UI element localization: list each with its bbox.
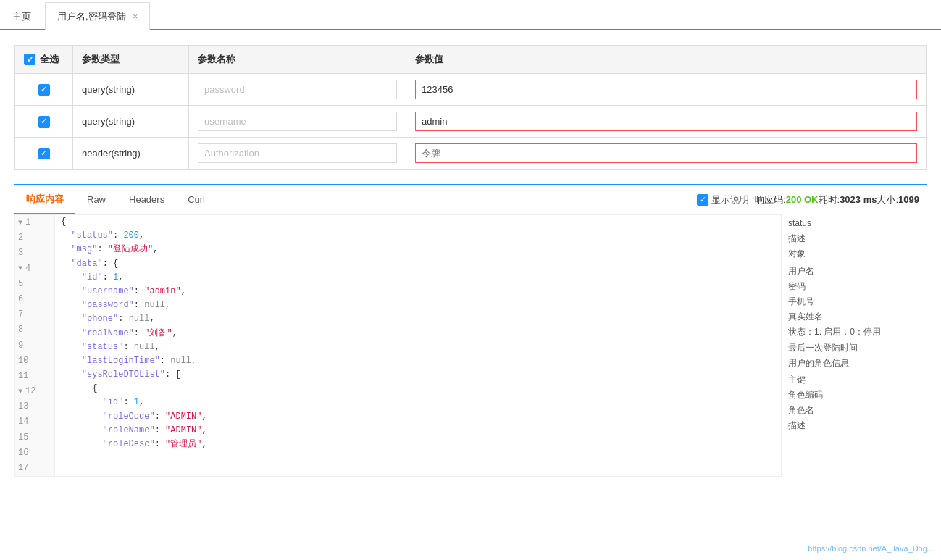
line-number: 7 — [15, 307, 54, 322]
code-line: "status": 200, — [61, 229, 781, 243]
line-number: 10 — [15, 354, 54, 369]
code-line: "sysRoleDTOList": [ — [61, 368, 781, 382]
param-type-cell: header(string) — [73, 138, 189, 170]
param-name-input-1[interactable] — [198, 112, 397, 131]
code-line: "roleName": "ADMIN", — [61, 424, 781, 438]
line-number: 5 — [15, 277, 54, 292]
home-tab-label: 主页 — [12, 11, 31, 22]
table-row: header(string) — [15, 138, 927, 170]
desc-line: 主键 — [782, 372, 927, 388]
tab-raw[interactable]: Raw — [75, 187, 117, 214]
show-desc-label[interactable]: 显示说明 — [697, 193, 749, 206]
desc-line: 最后一次登陆时间 — [782, 340, 927, 356]
code-line: "status": null, — [61, 340, 781, 354]
select-all-header: 全选 — [15, 46, 73, 74]
line-number: 16 — [15, 446, 54, 461]
line-number: 9 — [15, 338, 54, 354]
desc-panel: status描述对象用户名密码手机号真实姓名状态：1: 启用，0：停用最后一次登… — [782, 214, 927, 477]
param-type-cell: query(string) — [73, 106, 189, 138]
code-line: "msg": "登陆成功", — [61, 243, 781, 256]
line-numbers: ▼123▼4567891011▼121314151617 — [15, 215, 55, 476]
desc-line: 角色名 — [782, 403, 927, 418]
tab-response-content[interactable]: 响应内容 — [14, 185, 75, 214]
desc-line: 角色编码 — [782, 388, 927, 403]
line-number: ▼1 — [15, 215, 54, 230]
fold-arrow[interactable]: ▼ — [18, 263, 22, 275]
code-line: "id": 1, — [61, 271, 781, 285]
code-line: "roleCode": "ADMIN", — [61, 410, 781, 424]
row-checkbox-2[interactable] — [38, 148, 50, 159]
params-table: 全选 参数类型 参数名称 参数值 query(string)query(stri… — [14, 45, 927, 170]
param-value-input-1[interactable] — [415, 112, 917, 131]
param-value-cell — [406, 138, 927, 170]
nav-home-tab[interactable]: 主页 — [0, 2, 43, 30]
param-name-cell — [189, 138, 406, 170]
main-content: 全选 参数类型 参数名称 参数值 query(string)query(stri… — [0, 30, 941, 477]
response-section: 响应内容 Raw Headers Curl 显示说明 响应码:200 OK耗时:… — [14, 184, 927, 477]
desc-line: 对象 — [782, 246, 927, 262]
param-value-cell — [406, 74, 927, 106]
param-name-cell — [189, 106, 406, 138]
fold-arrow[interactable]: ▼ — [18, 217, 22, 229]
desc-line: status — [782, 216, 927, 231]
response-tabs: 响应内容 Raw Headers Curl 显示说明 响应码:200 OK耗时:… — [14, 185, 927, 214]
line-number: 17 — [15, 461, 54, 476]
row-checkbox-cell — [15, 106, 73, 138]
row-checkbox-0[interactable] — [38, 84, 50, 96]
table-row: query(string) — [15, 74, 927, 106]
size-value: 1099 — [898, 194, 919, 205]
param-value-cell — [406, 106, 927, 138]
code-line: "data": { — [61, 257, 781, 271]
line-number: 3 — [15, 246, 54, 261]
desc-line: 描述 — [782, 418, 927, 433]
line-number: 8 — [15, 322, 54, 338]
code-line: "password": null, — [61, 298, 781, 312]
param-value-input-0[interactable] — [415, 80, 917, 99]
line-number: 14 — [15, 414, 54, 430]
line-number: 13 — [15, 399, 54, 414]
tab-headers[interactable]: Headers — [117, 187, 176, 214]
response-body: ▼123▼4567891011▼121314151617 { "status":… — [14, 214, 927, 477]
line-number: 11 — [15, 369, 54, 384]
close-icon[interactable]: × — [133, 12, 138, 22]
table-row: query(string) — [15, 106, 927, 138]
fold-arrow[interactable]: ▼ — [18, 386, 22, 398]
desc-line: 真实姓名 — [782, 309, 927, 325]
param-value-header: 参数值 — [406, 46, 927, 74]
param-value-input-2[interactable] — [415, 143, 917, 163]
response-meta: 显示说明 响应码:200 OK耗时:3023 ms大小:1099 — [697, 193, 927, 206]
code-line: "lastLoginTime": null, — [61, 354, 781, 368]
row-checkbox-cell — [15, 74, 73, 106]
nav-active-tab[interactable]: 用户名,密码登陆 × — [45, 2, 150, 30]
desc-line: 用户名 — [782, 264, 927, 279]
line-number: 2 — [15, 230, 54, 246]
line-number: 6 — [15, 292, 54, 307]
nav-bar: 主页 用户名,密码登陆 × — [0, 0, 941, 30]
param-type-cell: query(string) — [73, 74, 189, 106]
line-number: ▼4 — [15, 262, 54, 277]
line-number: ▼12 — [15, 384, 54, 399]
param-type-header: 参数类型 — [73, 46, 189, 74]
code-area: ▼123▼4567891011▼121314151617 { "status":… — [14, 214, 782, 477]
code-line: "realName": "刘备", — [61, 327, 781, 340]
param-name-header: 参数名称 — [189, 46, 406, 74]
code-content: { "status": 200, "msg": "登陆成功", "data": … — [55, 215, 781, 476]
line-number: 15 — [15, 430, 54, 446]
code-line: { — [61, 382, 781, 396]
desc-line: 用户的角色信息 — [782, 356, 927, 371]
select-all-checkbox[interactable] — [24, 54, 35, 65]
param-name-input-2[interactable] — [198, 143, 397, 163]
tab-curl[interactable]: Curl — [176, 187, 217, 214]
show-desc-checkbox[interactable] — [697, 194, 708, 206]
active-tab-label: 用户名,密码登陆 — [57, 11, 126, 22]
row-checkbox-1[interactable] — [38, 116, 50, 128]
status-ok: 200 OK — [786, 194, 819, 205]
select-all-label: 全选 — [40, 53, 59, 66]
code-line: "roleDesc": "管理员", — [61, 438, 781, 451]
desc-line: 手机号 — [782, 294, 927, 309]
param-name-input-0[interactable] — [198, 80, 397, 99]
desc-line: 密码 — [782, 279, 927, 294]
param-name-cell — [189, 74, 406, 106]
code-line: "id": 1, — [61, 396, 781, 409]
code-line: "username": "admin", — [61, 285, 781, 298]
